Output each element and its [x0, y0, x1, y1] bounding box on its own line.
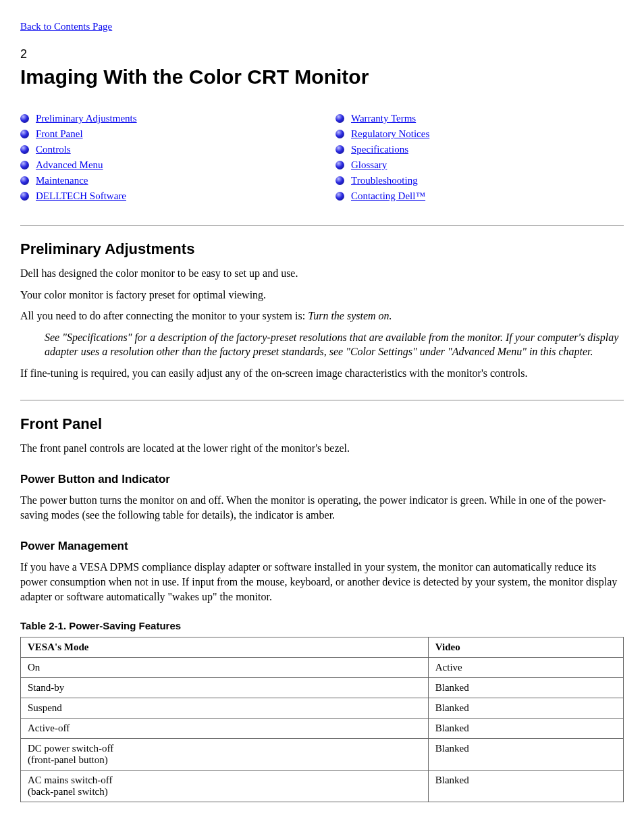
table-of-contents: Preliminary Adjustments Front Panel Cont…	[20, 109, 624, 206]
table-cell: Blanked	[428, 739, 623, 771]
table-cell: Blanked	[428, 698, 623, 719]
bullet-icon	[336, 176, 344, 185]
table-row: DC power switch-off(front-panel button)B…	[21, 739, 624, 771]
bullet-icon	[20, 176, 29, 185]
toc-item: Maintenance	[20, 175, 308, 186]
toc-item: Preliminary Adjustments	[20, 113, 308, 124]
toc-item: Controls	[20, 144, 308, 155]
body-text: If fine-tuning is required, you can easi…	[20, 366, 624, 381]
body-text: The front panel controls are located at …	[20, 441, 624, 456]
table-cell: Blanked	[428, 678, 623, 698]
toc-item: Troubleshooting	[336, 175, 624, 186]
table-cell: Blanked	[428, 719, 623, 739]
bullet-icon	[336, 130, 344, 138]
toc-link-advanced-menu[interactable]: Advanced Menu	[36, 159, 103, 171]
note-text: See "Specifications" for a description o…	[45, 330, 624, 359]
table-row: OnActive	[21, 658, 624, 678]
power-saving-table: VESA's Mode Video OnActiveStand-byBlanke…	[20, 637, 624, 802]
table-cell: On	[21, 658, 429, 678]
body-text: If you have a VESA DPMS compliance displ…	[20, 560, 624, 604]
table-header-row: VESA's Mode Video	[21, 637, 624, 658]
toc-link-preliminary-adjustments[interactable]: Preliminary Adjustments	[36, 113, 137, 124]
section-heading-front-panel: Front Panel	[20, 415, 624, 433]
toc-column-right: Warranty Terms Regulatory Notices Specif…	[336, 109, 624, 206]
table-row: Stand-byBlanked	[21, 678, 624, 698]
table-cell: Stand-by	[21, 678, 429, 698]
toc-item: Specifications	[336, 144, 624, 155]
toc-item: DELLTECH Software	[20, 190, 308, 202]
toc-item: Advanced Menu	[20, 159, 308, 171]
toc-link-warranty-terms[interactable]: Warranty Terms	[351, 113, 416, 124]
toc-link-contacting-dell[interactable]: Contacting Dell™	[351, 190, 425, 202]
bullet-icon	[20, 192, 29, 201]
table-row: Active-offBlanked	[21, 719, 624, 739]
bullet-icon	[336, 192, 344, 201]
toc-link-glossary[interactable]: Glossary	[351, 159, 387, 171]
bullet-icon	[20, 130, 29, 138]
table-caption: Table 2-1. Power-Saving Features	[20, 620, 624, 631]
subsection-heading-power-management: Power Management	[20, 540, 624, 553]
table-header-cell: VESA's Mode	[21, 637, 429, 658]
bullet-icon	[336, 114, 344, 123]
toc-link-troubleshooting[interactable]: Troubleshooting	[351, 175, 418, 186]
table-row: AC mains switch-off(back-panel switch)Bl…	[21, 771, 624, 802]
table-cell: AC mains switch-off(back-panel switch)	[21, 771, 429, 802]
bullet-icon	[20, 161, 29, 170]
chapter-title: Imaging With the Color CRT Monitor	[20, 66, 624, 88]
toc-item: Front Panel	[20, 128, 308, 140]
body-text: The power button turns the monitor on an…	[20, 493, 624, 522]
bullet-icon	[20, 114, 29, 123]
body-text: Dell has designed the color monitor to b…	[20, 266, 624, 281]
toc-link-specifications[interactable]: Specifications	[351, 144, 408, 155]
table-cell: Active	[428, 658, 623, 678]
body-text: All you need to do after connecting the …	[20, 309, 624, 323]
table-cell: Active-off	[21, 719, 429, 739]
toc-item: Contacting Dell™	[336, 190, 624, 202]
toc-link-front-panel[interactable]: Front Panel	[36, 128, 83, 140]
section-heading-preliminary-adjustments: Preliminary Adjustments	[20, 240, 624, 258]
bullet-icon	[20, 145, 29, 154]
toc-item: Glossary	[336, 159, 624, 171]
toc-column-left: Preliminary Adjustments Front Panel Cont…	[20, 109, 308, 206]
bullet-icon	[336, 161, 344, 170]
toc-link-delltech-software[interactable]: DELLTECH Software	[36, 190, 126, 202]
toc-item: Regulatory Notices	[336, 128, 624, 140]
bullet-icon	[336, 145, 344, 154]
table-cell: DC power switch-off(front-panel button)	[21, 739, 429, 771]
back-to-contents-link[interactable]: Back to Contents Page	[20, 21, 112, 32]
table-header-cell: Video	[428, 637, 623, 658]
table-cell: Blanked	[428, 771, 623, 802]
chapter-number: 2	[20, 47, 624, 61]
divider	[20, 225, 624, 226]
toc-link-maintenance[interactable]: Maintenance	[36, 175, 88, 186]
toc-item: Warranty Terms	[336, 113, 624, 124]
toc-link-controls[interactable]: Controls	[36, 144, 71, 155]
toc-link-regulatory-notices[interactable]: Regulatory Notices	[351, 128, 429, 140]
table-row: SuspendBlanked	[21, 698, 624, 719]
divider	[20, 400, 624, 400]
table-cell: Suspend	[21, 698, 429, 719]
subsection-heading-power-button: Power Button and Indicator	[20, 473, 624, 486]
body-text: Your color monitor is factory preset for…	[20, 288, 624, 303]
